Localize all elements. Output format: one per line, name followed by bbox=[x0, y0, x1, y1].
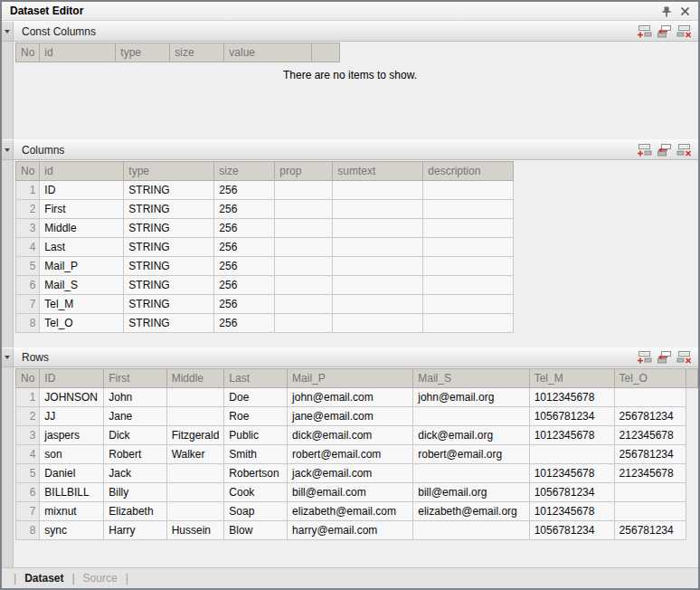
cell-description[interactable] bbox=[423, 314, 514, 333]
cell-id[interactable]: son bbox=[40, 445, 104, 464]
column-header-id[interactable]: ID bbox=[40, 369, 104, 388]
cell-first[interactable]: Dick bbox=[104, 426, 166, 445]
cell-middle[interactable] bbox=[166, 464, 224, 483]
cell-middle[interactable]: Hussein bbox=[166, 521, 224, 540]
column-header-description[interactable]: description bbox=[423, 162, 514, 181]
cell-last[interactable]: Roe bbox=[224, 407, 288, 426]
cell-mail_p[interactable]: bill@email.com bbox=[288, 483, 413, 502]
cell-middle[interactable] bbox=[166, 483, 224, 502]
cell-prop[interactable] bbox=[275, 295, 333, 314]
cell-tel_o[interactable] bbox=[614, 502, 686, 521]
row-number-cell[interactable]: 8 bbox=[16, 314, 40, 333]
cell-type[interactable]: STRING bbox=[124, 219, 214, 238]
cell-mail_p[interactable]: john@email.com bbox=[288, 388, 413, 407]
cell-first[interactable]: Jack bbox=[104, 464, 166, 483]
column-header-type[interactable]: type bbox=[116, 43, 170, 62]
cell-first[interactable]: Jane bbox=[104, 407, 166, 426]
cell-prop[interactable] bbox=[275, 314, 333, 333]
row-number-cell[interactable]: 3 bbox=[16, 426, 40, 445]
add-row-icon[interactable] bbox=[636, 142, 653, 158]
column-header-mail_p[interactable]: Mail_P bbox=[288, 369, 413, 388]
delete-row-icon[interactable] bbox=[676, 24, 693, 40]
cell-tel_o[interactable]: 212345678 bbox=[614, 426, 686, 445]
column-header-first[interactable]: First bbox=[104, 369, 166, 388]
cell-last[interactable]: Cook bbox=[224, 483, 288, 502]
cell-type[interactable]: STRING bbox=[124, 276, 214, 295]
cell-tel_m[interactable]: 1056781234 bbox=[529, 483, 614, 502]
cell-mail_s[interactable]: john@email.org bbox=[413, 388, 529, 407]
delete-row-icon[interactable] bbox=[676, 142, 693, 158]
cell-middle[interactable]: Fitzgerald bbox=[166, 426, 224, 445]
cell-tel_o[interactable]: 256781234 bbox=[614, 521, 686, 540]
column-header-tel_m[interactable]: Tel_M bbox=[529, 369, 614, 388]
column-header-mail_s[interactable]: Mail_S bbox=[413, 369, 529, 388]
column-header-no[interactable]: No bbox=[16, 369, 40, 388]
cell-last[interactable]: Soap bbox=[224, 502, 288, 521]
cell-mail_p[interactable]: jack@email.com bbox=[288, 464, 413, 483]
cell-mail_p[interactable]: robert@email.com bbox=[288, 445, 413, 464]
cell-mail_s[interactable]: elizabeth@email.org bbox=[413, 502, 529, 521]
row-number-cell[interactable]: 4 bbox=[16, 445, 40, 464]
cell-id[interactable]: Tel_M bbox=[40, 295, 124, 314]
cell-size[interactable]: 256 bbox=[214, 314, 275, 333]
delete-row-icon[interactable] bbox=[676, 349, 693, 366]
cell-prop[interactable] bbox=[275, 200, 333, 219]
cell-sumtext[interactable] bbox=[333, 257, 423, 276]
cell-id[interactable]: ID bbox=[40, 181, 124, 200]
close-icon[interactable] bbox=[677, 4, 692, 18]
column-header-no[interactable]: No bbox=[16, 43, 40, 62]
cell-id[interactable]: JOHNSON bbox=[40, 388, 104, 407]
cell-tel_o[interactable]: 256781234 bbox=[614, 407, 686, 426]
cell-sumtext[interactable] bbox=[333, 219, 423, 238]
column-header-sumtext[interactable]: sumtext bbox=[333, 162, 423, 181]
cell-tel_m[interactable]: 1056781234 bbox=[529, 521, 614, 540]
insert-row-icon[interactable] bbox=[656, 142, 673, 158]
row-number-cell[interactable]: 7 bbox=[16, 502, 40, 521]
cell-size[interactable]: 256 bbox=[214, 257, 275, 276]
cell-mail_s[interactable]: bill@email.org bbox=[413, 483, 529, 502]
insert-row-icon[interactable] bbox=[656, 349, 673, 366]
cell-mail_p[interactable]: dick@email.com bbox=[288, 426, 413, 445]
column-header-last[interactable]: Last bbox=[224, 369, 288, 388]
cell-size[interactable]: 256 bbox=[214, 276, 275, 295]
pin-icon[interactable] bbox=[659, 4, 674, 18]
column-header-middle[interactable]: Middle bbox=[166, 369, 224, 388]
cell-last[interactable]: Smith bbox=[224, 445, 288, 464]
cell-first[interactable]: Elizabeth bbox=[104, 502, 166, 521]
cell-sumtext[interactable] bbox=[333, 276, 423, 295]
cell-last[interactable]: Robertson bbox=[224, 464, 288, 483]
cell-first[interactable]: Billy bbox=[104, 483, 166, 502]
add-row-icon[interactable] bbox=[636, 24, 653, 40]
cell-type[interactable]: STRING bbox=[124, 257, 214, 276]
row-number-cell[interactable]: 8 bbox=[16, 521, 40, 540]
cell-sumtext[interactable] bbox=[333, 295, 423, 314]
cell-last[interactable]: Doe bbox=[224, 388, 288, 407]
cell-id[interactable]: Mail_P bbox=[40, 257, 124, 276]
cell-mail_s[interactable]: dick@email.org bbox=[413, 426, 529, 445]
cell-id[interactable]: mixnut bbox=[40, 502, 104, 521]
cell-prop[interactable] bbox=[275, 181, 333, 200]
cell-type[interactable]: STRING bbox=[124, 238, 214, 257]
cell-first[interactable]: John bbox=[104, 388, 166, 407]
cell-sumtext[interactable] bbox=[333, 314, 423, 333]
row-number-cell[interactable]: 5 bbox=[16, 464, 40, 483]
cell-first[interactable]: Harry bbox=[104, 521, 166, 540]
row-number-cell[interactable]: 2 bbox=[16, 200, 40, 219]
cell-prop[interactable] bbox=[275, 276, 333, 295]
cell-description[interactable] bbox=[423, 238, 514, 257]
cell-size[interactable]: 256 bbox=[214, 295, 275, 314]
cell-mail_s[interactable]: robert@email.org bbox=[413, 445, 529, 464]
cell-first[interactable]: Robert bbox=[104, 445, 166, 464]
column-header-id[interactable]: id bbox=[40, 162, 124, 181]
row-number-cell[interactable]: 6 bbox=[16, 276, 40, 295]
cell-type[interactable]: STRING bbox=[124, 295, 214, 314]
collapse-button[interactable] bbox=[2, 348, 14, 366]
cell-description[interactable] bbox=[423, 276, 514, 295]
row-number-cell[interactable]: 2 bbox=[16, 407, 40, 426]
cell-size[interactable]: 256 bbox=[214, 219, 275, 238]
cell-id[interactable]: BILLBILL bbox=[40, 483, 104, 502]
cell-id[interactable]: jaspers bbox=[40, 426, 104, 445]
cell-description[interactable] bbox=[423, 295, 514, 314]
cell-tel_m[interactable]: 1056781234 bbox=[529, 407, 614, 426]
cell-description[interactable] bbox=[423, 181, 514, 200]
